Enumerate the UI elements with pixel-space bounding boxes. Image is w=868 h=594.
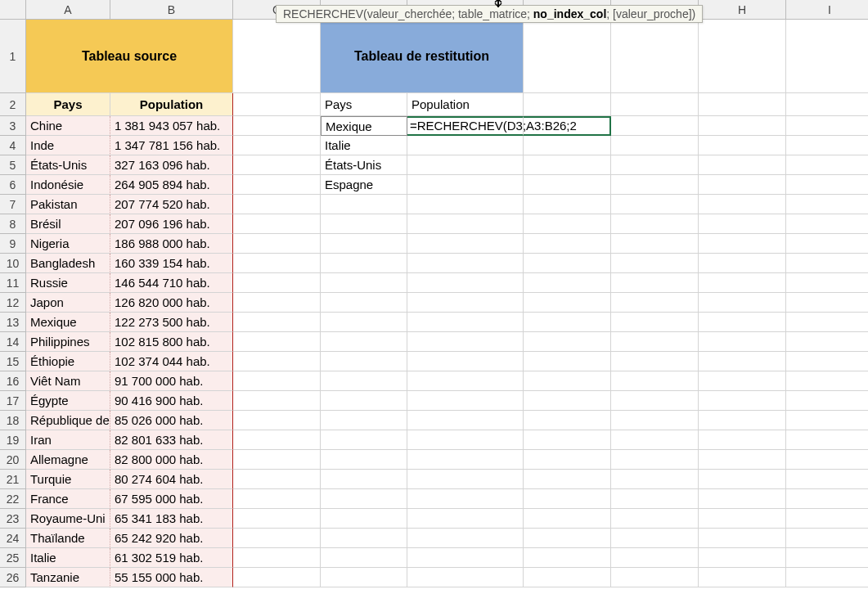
cell-C19[interactable] (233, 430, 321, 450)
cell-C15[interactable] (233, 352, 321, 371)
cell-F6[interactable] (524, 175, 611, 195)
cell-C4[interactable] (233, 136, 321, 155)
cell-G18[interactable] (611, 411, 699, 430)
spreadsheet-grid[interactable]: ABCDEFGHI1Tableau sourceTableau de resti… (0, 0, 868, 587)
cell-I23[interactable] (786, 509, 868, 529)
cell-C26[interactable] (233, 568, 321, 587)
cell-I15[interactable] (786, 352, 868, 371)
cell-F7[interactable] (524, 195, 611, 214)
cell-B3[interactable]: 1 381 943 057 hab. (110, 116, 233, 136)
col-header-H[interactable]: H (699, 0, 786, 20)
cell-B10[interactable]: 160 339 154 hab. (110, 254, 233, 273)
cell-I3[interactable] (786, 116, 868, 136)
cell-E17[interactable] (407, 391, 524, 411)
cell-A9[interactable]: Nigeria (26, 234, 110, 254)
row-header-20[interactable]: 20 (0, 450, 26, 470)
cell-C1[interactable] (233, 20, 321, 93)
cell-A6[interactable]: Indonésie (26, 175, 110, 195)
cell-D25[interactable] (321, 548, 407, 568)
cell-E23[interactable] (407, 509, 524, 529)
cell-D14[interactable] (321, 332, 407, 352)
cell-F25[interactable] (524, 548, 611, 568)
cell-G4[interactable] (611, 136, 699, 155)
cell-A14[interactable]: Philippines (26, 332, 110, 352)
row-header-23[interactable]: 23 (0, 509, 26, 529)
col-header-I[interactable]: I (786, 0, 868, 20)
cell-I7[interactable] (786, 195, 868, 214)
cell-E16[interactable] (407, 371, 524, 391)
cell-C11[interactable] (233, 273, 321, 293)
cell-I10[interactable] (786, 254, 868, 273)
cell-F2[interactable] (524, 93, 611, 116)
cell-C16[interactable] (233, 371, 321, 391)
cell-G8[interactable] (611, 214, 699, 234)
cell-F16[interactable] (524, 371, 611, 391)
cell-F19[interactable] (524, 430, 611, 450)
cell-H11[interactable] (699, 273, 786, 293)
cell-C7[interactable] (233, 195, 321, 214)
cell-I21[interactable] (786, 470, 868, 489)
cell-G9[interactable] (611, 234, 699, 254)
cell-G6[interactable] (611, 175, 699, 195)
cell-B8[interactable]: 207 096 196 hab. (110, 214, 233, 234)
cell-F14[interactable] (524, 332, 611, 352)
cell-B18[interactable]: 85 026 000 hab. (110, 411, 233, 430)
cell-H23[interactable] (699, 509, 786, 529)
row-header-15[interactable]: 15 (0, 352, 26, 371)
cell-G15[interactable] (611, 352, 699, 371)
cell-E19[interactable] (407, 430, 524, 450)
row-header-13[interactable]: 13 (0, 313, 26, 332)
cell-H12[interactable] (699, 293, 786, 313)
cell-H19[interactable] (699, 430, 786, 450)
cell-G26[interactable] (611, 568, 699, 587)
cell-B23[interactable]: 65 341 183 hab. (110, 509, 233, 529)
cell-D19[interactable] (321, 430, 407, 450)
cell-E6[interactable] (407, 175, 524, 195)
row-header-26[interactable]: 26 (0, 568, 26, 587)
cell-D17[interactable] (321, 391, 407, 411)
cell-C22[interactable] (233, 489, 321, 509)
cell-D13[interactable] (321, 313, 407, 332)
cell-I16[interactable] (786, 371, 868, 391)
cell-C24[interactable] (233, 529, 321, 548)
cell-D4[interactable]: Italie (321, 136, 407, 155)
row-header-10[interactable]: 10 (0, 254, 26, 273)
cell-D15[interactable] (321, 352, 407, 371)
cell-B6[interactable]: 264 905 894 hab. (110, 175, 233, 195)
cell-H15[interactable] (699, 352, 786, 371)
cell-G16[interactable] (611, 371, 699, 391)
cell-B21[interactable]: 80 274 604 hab. (110, 470, 233, 489)
cell-D7[interactable] (321, 195, 407, 214)
cell-G22[interactable] (611, 489, 699, 509)
cell-A19[interactable]: Iran (26, 430, 110, 450)
cell-F20[interactable] (524, 450, 611, 470)
cell-G7[interactable] (611, 195, 699, 214)
cell-A8[interactable]: Brésil (26, 214, 110, 234)
cell-G19[interactable] (611, 430, 699, 450)
cell-C20[interactable] (233, 450, 321, 470)
cell-D24[interactable] (321, 529, 407, 548)
cell-I4[interactable] (786, 136, 868, 155)
cell-D22[interactable] (321, 489, 407, 509)
row-header-6[interactable]: 6 (0, 175, 26, 195)
cell-B20[interactable]: 82 800 000 hab. (110, 450, 233, 470)
row-header-17[interactable]: 17 (0, 391, 26, 411)
cell-I20[interactable] (786, 450, 868, 470)
cell-A16[interactable]: Viêt Nam (26, 371, 110, 391)
cell-D9[interactable] (321, 234, 407, 254)
cell-H3[interactable] (699, 116, 786, 136)
cell-A23[interactable]: Royaume-Uni (26, 509, 110, 529)
cell-C3[interactable] (233, 116, 321, 136)
row-header-24[interactable]: 24 (0, 529, 26, 548)
cell-H26[interactable] (699, 568, 786, 587)
cell-F24[interactable] (524, 529, 611, 548)
cell-D16[interactable] (321, 371, 407, 391)
cell-G23[interactable] (611, 509, 699, 529)
row-header-25[interactable]: 25 (0, 548, 26, 568)
row-header-11[interactable]: 11 (0, 273, 26, 293)
cell-G2[interactable] (611, 93, 699, 116)
row-header-18[interactable]: 18 (0, 411, 26, 430)
cell-C6[interactable] (233, 175, 321, 195)
row-header-7[interactable]: 7 (0, 195, 26, 214)
cell-I11[interactable] (786, 273, 868, 293)
